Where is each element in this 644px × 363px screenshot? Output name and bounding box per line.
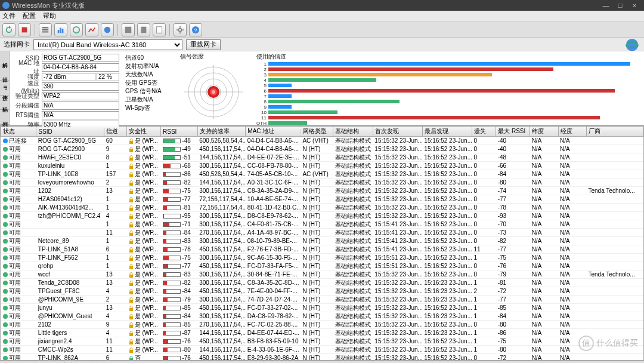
table-row[interactable]: 可用tzh@PHICOMM_FC2.44是 (WP... -95300,156,… — [1, 212, 643, 220]
table-row[interactable]: 可用HZAS06041c12)1是 (WP... -7772,156,117,5… — [1, 195, 643, 204]
col-maxr[interactable]: 最大 RSSI — [496, 127, 530, 137]
svg-rect-45 — [129, 308, 133, 311]
tab-analysis[interactable]: 解析 — [0, 51, 9, 66]
table-row[interactable]: 可用@PHICOMM_Guest4是 (WP... -84300,156,117… — [1, 312, 643, 321]
toolbar-settings-icon[interactable] — [174, 23, 187, 36]
col-sec[interactable]: 安全性 — [127, 127, 161, 137]
table-row[interactable]: 可用TP-LINK_51A86是 (WP... -78450,156,117,5… — [1, 245, 643, 254]
toolbar-list-icon[interactable] — [39, 23, 52, 36]
channel-bar — [268, 116, 600, 119]
info-value: WPA2 — [42, 92, 119, 100]
menu-config[interactable]: 配置 — [23, 11, 36, 20]
table-row[interactable]: 可用qrohp1是 (WP... -77450,156,117,54,...FC… — [1, 262, 643, 270]
toolbar-log-icon[interactable] — [153, 23, 166, 36]
table-row[interactable]: 可用TP-LINK_F5621是 (WP... -75300,156,117,5… — [1, 254, 643, 262]
toolbar-export-icon[interactable] — [137, 23, 150, 36]
col-net[interactable]: 网络类型 — [301, 127, 333, 137]
table-row[interactable]: 可用TP-LINK_10E8157是 (WP... -86450,526,50,… — [1, 170, 643, 179]
table-row[interactable]: 可用ROG GT-AC29009是 (WP... -49450,156,117,… — [1, 145, 643, 153]
toolbar-help-icon[interactable]: ? — [189, 23, 202, 36]
main-panel: 解析 计算 IP连接 标码 列表 SSIDROG GT-AC2900_5GMAC… — [0, 51, 644, 125]
table-row[interactable]: 可用TP-LINK_862A6否 -76450,156,117,54,...E8… — [1, 354, 643, 361]
toolbar-globe-icon[interactable] — [101, 23, 114, 36]
menu-file[interactable]: 文件 — [2, 11, 16, 20]
adapter-select[interactable]: Intel(R) Dual Band Wireless-AC 3160 — [33, 39, 182, 50]
table-row[interactable]: 可用Netcore_891是 (WP... -83300,156,117,54,… — [1, 237, 643, 245]
toolbar-graph-icon[interactable] — [85, 23, 98, 36]
table-row[interactable]: 可用AIK-W4136041d42...1是 (WP... -8172,156,… — [1, 204, 643, 212]
col-last[interactable]: 最后发现 — [422, 127, 472, 137]
info-value: 否 — [151, 79, 157, 86]
info-label: GPS 信号 — [125, 88, 151, 94]
minimize-button[interactable]: — — [599, 2, 613, 9]
col-chan[interactable]: 信道 — [104, 127, 127, 137]
col-lost[interactable]: 遗失 — [472, 127, 496, 137]
tab-calc[interactable]: 计算 — [0, 66, 9, 81]
tab-code[interactable]: 标码 — [0, 96, 9, 110]
table-row[interactable]: 已连接ROG GT-AC2900_5G60是 (WP... -48600,526… — [1, 137, 643, 145]
channel-number: OTH — [256, 121, 268, 126]
rssi-bar — [163, 164, 181, 168]
table-row[interactable]: 可用120213是 (WP... -75300,156,117,54,...C8… — [1, 187, 643, 195]
svg-rect-34 — [129, 216, 133, 219]
signal-radar — [178, 62, 249, 122]
table-row[interactable]: 可用HiWiFi_2E3EC08是 (WP... -51144,156,117,… — [1, 153, 643, 162]
col-vendor[interactable]: 厂商 — [587, 127, 643, 137]
rssi-bar — [163, 147, 181, 152]
table-row[interactable]: 可用21029是 (WP... -85270,156,117,54,...FC-… — [1, 321, 643, 329]
ap-grid[interactable]: 状态SSID信道安全性RSSI支持的速率MAC 地址网络类型基础结构首次发现最后… — [0, 125, 644, 361]
globe-icon — [624, 36, 640, 53]
close-button[interactable]: × — [627, 2, 642, 9]
table-row[interactable]: 可用TPGuest_FF8C4是 (WP... -84450,156,117,5… — [1, 287, 643, 296]
col-lon[interactable]: 经度 — [558, 127, 586, 137]
table-row[interactable]: 可用11是 (WP... -84270,156,117,54,...A4-1A-… — [1, 229, 643, 237]
lock-icon — [129, 139, 134, 144]
channel-number: 11 — [256, 115, 268, 121]
col-ssid[interactable]: SSID — [36, 127, 104, 137]
svg-rect-25 — [129, 141, 133, 144]
toolbar-save-icon[interactable] — [122, 23, 135, 36]
svg-text:?: ? — [194, 27, 197, 33]
tab-ipconn[interactable]: IP连接 — [0, 81, 9, 96]
svg-rect-36 — [129, 233, 133, 236]
table-row[interactable]: 可用loveyoumorewhowho2是 (WP... -82144,156,… — [1, 179, 643, 187]
col-rates[interactable]: 支持的速率 — [197, 127, 246, 137]
toolbar-chart-icon[interactable] — [54, 23, 67, 36]
status-dot-icon — [3, 205, 8, 210]
col-status[interactable]: 状态 — [1, 127, 36, 137]
table-row[interactable]: 可用1是 (WP... -71300,156,117,54,...C4-F0-8… — [1, 220, 643, 229]
table-row[interactable]: 可用junyu13是 (WP... -85450,156,117,54,...F… — [1, 304, 643, 312]
status-dot-icon — [3, 139, 8, 143]
svg-rect-9 — [125, 26, 132, 33]
col-first[interactable]: 首次发现 — [373, 127, 422, 137]
info-label: 使用 GPS — [125, 79, 151, 86]
tab-list[interactable]: 列表 — [0, 110, 9, 125]
col-rssi[interactable]: RSSI — [161, 127, 198, 137]
col-mac[interactable]: MAC 地址 — [246, 127, 301, 137]
table-row[interactable]: 可用@PHICOMM_9E2是 (WP... -79300,156,117,54… — [1, 296, 643, 304]
info-value: N/A — [42, 101, 119, 110]
status-dot-icon — [3, 214, 8, 219]
maximize-button[interactable]: □ — [613, 2, 627, 9]
toolbar-stop-icon[interactable] — [18, 23, 31, 36]
col-lat[interactable]: 纬度 — [530, 127, 558, 137]
reload-adapter-button[interactable]: 重载网卡 — [186, 39, 221, 50]
table-row[interactable]: 可用CMCC-Wp2s11是 (WP... -80144,156,117,54,… — [1, 346, 643, 354]
toolbar-map-icon[interactable] — [70, 23, 83, 36]
table-row[interactable]: 可用Little tigers4是 (WP... -87144,156,117,… — [1, 329, 643, 337]
lock-icon — [129, 256, 134, 261]
rssi-bar — [163, 197, 181, 202]
lock-icon — [129, 314, 134, 319]
info-label: 分段阈值 — [13, 101, 42, 110]
svg-rect-46 — [129, 316, 133, 319]
table-row[interactable]: 可用jixiangren2.411是 (WP... -76450,156,117… — [1, 337, 643, 346]
table-row[interactable]: 可用Tenda_2C8D0813是 (WP... -82300,156,117,… — [1, 279, 643, 287]
table-row[interactable]: 可用kuxuleiniu1是 (WP... -68300,156,117,54,… — [1, 162, 643, 170]
table-row[interactable]: 可用wccf13是 (WP... -83300,156,117,54,...30… — [1, 270, 643, 279]
info-label: 信道 — [125, 54, 137, 61]
col-infra[interactable]: 基础结构 — [333, 127, 373, 137]
menu-help[interactable]: 帮助 — [43, 11, 56, 20]
toolbar-refresh-icon[interactable] — [2, 23, 16, 36]
rssi-bar — [163, 264, 181, 269]
channel-number: 5 — [256, 83, 268, 88]
